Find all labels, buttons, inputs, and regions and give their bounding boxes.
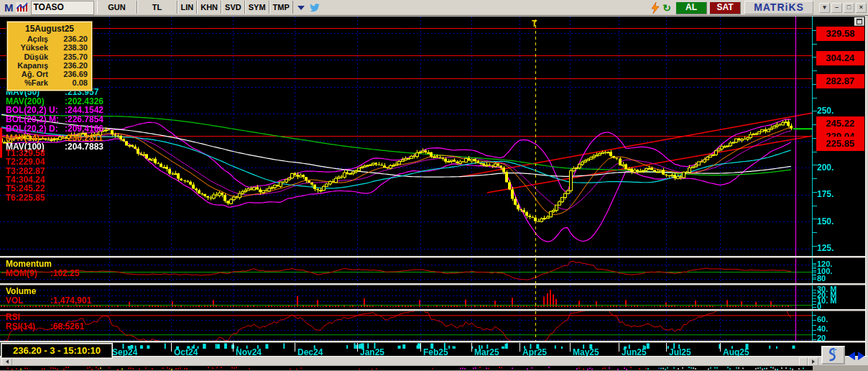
- tooltip-value: 236.69: [48, 70, 91, 78]
- status-price-time: 236.20 - 3 - 15:10:10: [1, 344, 112, 358]
- month-tick: [570, 343, 571, 352]
- mini-map-strip: [0, 366, 813, 370]
- toolbar-right-group: ↻ AL SAT MATRiKS ▾–□×: [651, 1, 868, 14]
- t-level-readout: T6:225.85: [6, 193, 45, 203]
- month-tick: [619, 343, 619, 352]
- matriks-chart-window: M TOASO GUNTLLINKHNSVDSYMTMP ↻ AL SAT MA…: [0, 0, 868, 371]
- tooltip-label: Yüksek: [8, 43, 48, 52]
- volume-canvas[interactable]: [0, 285, 818, 309]
- volume-readout: VOL:1,474,901: [6, 296, 91, 306]
- tooltip-row: %Fark0.08: [8, 78, 91, 87]
- tooltip-row: Ağ. Ort236.69: [8, 70, 91, 78]
- tooltip-label: Düşük: [8, 52, 48, 61]
- main-chart-canvas[interactable]: [0, 17, 818, 256]
- toolbar-button-lin[interactable]: LIN: [177, 1, 198, 14]
- month-tick: [420, 343, 421, 352]
- volume-title: Volume: [6, 286, 36, 296]
- minimize-button[interactable]: –: [831, 3, 842, 13]
- month-tick: [471, 343, 472, 352]
- tooltip-value: 236.20: [48, 61, 91, 70]
- tooltip-row: Kapanış236.20: [8, 61, 91, 70]
- rsi-axis-label: 20: [817, 334, 826, 342]
- rsi-canvas[interactable]: [0, 311, 818, 341]
- page-right-arrow[interactable]: [858, 352, 864, 360]
- tooltip-label: Ağ. Ort: [8, 70, 48, 78]
- tooltip-label: Kapanış: [8, 61, 48, 70]
- right-edge-strip: [865, 17, 868, 365]
- price-level-badge: 304.24: [816, 51, 864, 65]
- rsi-title: RSI: [6, 312, 20, 322]
- momentum-canvas[interactable]: [0, 258, 818, 283]
- tooltip-rows: Açılış236.20Yüksek238.30Düşük235.70Kapan…: [8, 35, 91, 88]
- toolbar-button-khn[interactable]: KHN: [197, 1, 221, 14]
- marker-t-label: T: [532, 19, 537, 29]
- momentum-name: MOM(9): [6, 268, 50, 278]
- month-tick: [666, 343, 667, 352]
- twitter-icon[interactable]: [309, 3, 320, 13]
- month-tick: [357, 343, 358, 352]
- tooltip-row: Açılış236.20: [8, 35, 91, 43]
- buy-button[interactable]: AL: [675, 1, 707, 14]
- tooltip-value: 0.08: [48, 78, 91, 87]
- indicator-value: :204.7883: [65, 142, 103, 152]
- page-left-arrow[interactable]: [849, 352, 855, 360]
- rsi-axis-label: 40.: [817, 324, 828, 333]
- momentum-readout: MOM(9):102.25: [6, 268, 80, 278]
- close-button[interactable]: ×: [856, 3, 867, 13]
- volume-axis-label: 0: [817, 302, 821, 311]
- price-axis-label: 175.: [817, 189, 834, 199]
- lightning-icon[interactable]: [651, 2, 660, 14]
- chart-window-icon: [16, 2, 28, 13]
- tooltip-label: Açılış: [8, 35, 48, 43]
- volume-name: VOL: [6, 296, 50, 306]
- toolbar-button-tmp[interactable]: TMP: [269, 1, 293, 14]
- sell-button[interactable]: SAT: [709, 1, 741, 14]
- symbol-input[interactable]: TOASO: [31, 1, 94, 15]
- rsi-axis-label: 60.: [817, 315, 828, 324]
- price-axis-label: 150.: [817, 216, 834, 226]
- tooltip-value: 238.30: [48, 43, 91, 52]
- refresh-icon[interactable]: ↻: [662, 2, 671, 14]
- tooltip-value: 235.70: [48, 52, 91, 61]
- rsi-readout: RSI(14):68.5261: [6, 321, 84, 331]
- tooltip-row: Yüksek238.30: [8, 43, 91, 52]
- price-axis-label: 250.: [817, 106, 834, 116]
- momentum-axis-label: 80: [817, 274, 826, 283]
- matriks-s-icon: [823, 347, 842, 362]
- restore-pane-button[interactable]: [854, 17, 864, 26]
- ohlc-tooltip: 15August25 Açılış236.20Yüksek238.30Düşük…: [7, 22, 92, 91]
- toolbar-button-gun[interactable]: GUN: [97, 1, 137, 14]
- toolbar-button-sym[interactable]: SYM: [245, 1, 269, 14]
- maximize-button[interactable]: □: [844, 3, 854, 13]
- month-tick: [233, 343, 234, 352]
- toolbar-period-buttons: GUNTLLINKHNSVDSYMTMP: [97, 1, 293, 15]
- volume-value: :1,474,901: [50, 296, 91, 306]
- price-level-badge: 329.58: [816, 27, 864, 41]
- rsi-value: :68.5261: [50, 321, 84, 331]
- tooltip-label: %Fark: [8, 78, 48, 87]
- price-axis-label: 125.: [817, 243, 834, 253]
- month-tick: [171, 343, 172, 352]
- window-menu-button[interactable]: ▾: [819, 3, 830, 13]
- matriks-m-logo: M: [4, 1, 14, 14]
- price-level-badge: 245.22: [816, 116, 864, 131]
- tooltip-date: 15August25: [8, 24, 91, 34]
- month-tick: [520, 343, 520, 352]
- toolbar-button-tl[interactable]: TL: [137, 1, 177, 14]
- momentum-value: :102.25: [50, 268, 80, 278]
- price-level-badge: 282.87: [816, 74, 864, 88]
- toolbar-button-svd[interactable]: SVD: [221, 1, 245, 14]
- price-level-badge: 225.85: [816, 137, 864, 151]
- matriks-s-logo-button[interactable]: [821, 346, 845, 365]
- window-buttons: ▾–□×: [818, 3, 867, 13]
- tooltip-row: Düşük235.70: [8, 52, 91, 61]
- tooltip-value: 236.20: [48, 35, 91, 43]
- price-axis-label: 200.: [817, 162, 834, 173]
- toolbar: M TOASO GUNTLLINKHNSVDSYMTMP ↻ AL SAT MA…: [0, 0, 868, 16]
- momentum-title: Momentum: [6, 259, 52, 269]
- rsi-name: RSI(14): [6, 321, 50, 331]
- horizontal-scrollbar[interactable]: [0, 356, 868, 365]
- matriks-brand-button[interactable]: MATRiKS: [744, 1, 813, 14]
- chevron-down-icon[interactable]: [297, 6, 305, 10]
- month-tick: [295, 343, 295, 352]
